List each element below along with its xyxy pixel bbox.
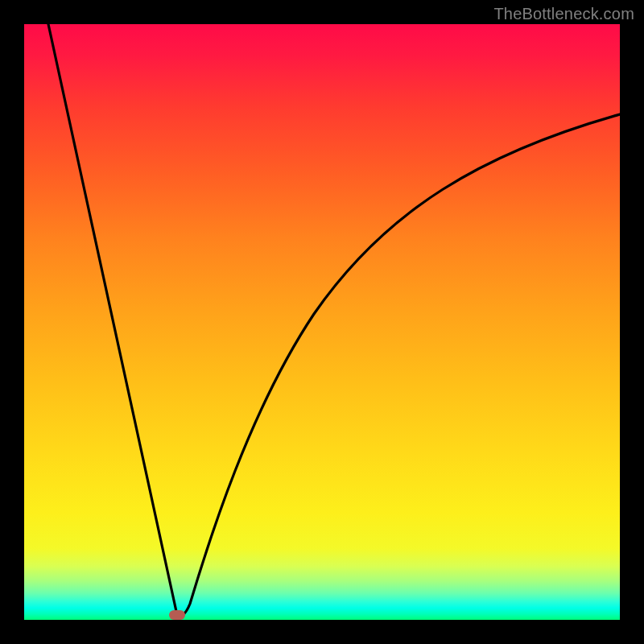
curve-path bbox=[48, 24, 620, 617]
plot-area bbox=[24, 24, 620, 620]
optimal-point-marker bbox=[169, 610, 185, 620]
watermark-text: TheBottleneck.com bbox=[493, 5, 634, 23]
bottleneck-curve bbox=[24, 24, 620, 620]
chart-frame: TheBottleneck.com bbox=[0, 0, 644, 644]
